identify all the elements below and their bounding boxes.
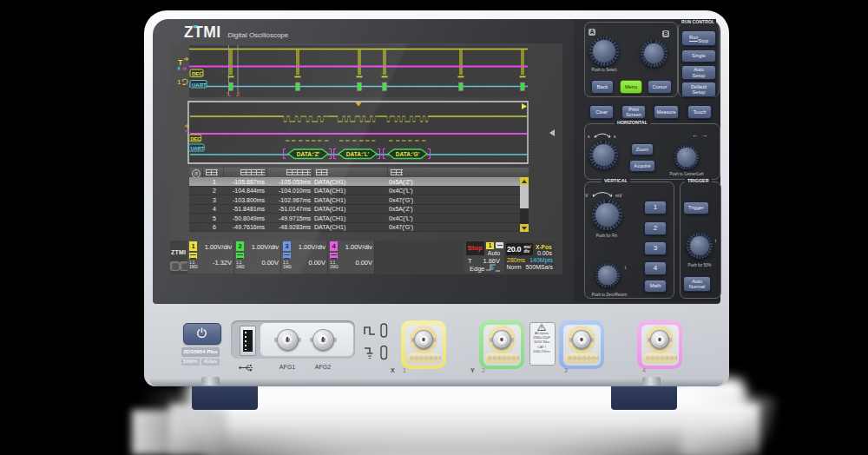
svg-text:T: T [178, 58, 183, 67]
svg-text:DATA:'G': DATA:'G' [396, 151, 420, 157]
svg-text:DATA:'Z': DATA:'Z' [297, 151, 320, 157]
svg-text:1: 1 [177, 78, 181, 86]
svg-text:UART: UART [191, 146, 205, 151]
svg-text:DATA:'L': DATA:'L' [346, 151, 370, 157]
svg-text:DEC: DEC [192, 71, 203, 76]
svg-text:UART: UART [192, 82, 207, 88]
svg-text:DEC: DEC [191, 136, 201, 142]
